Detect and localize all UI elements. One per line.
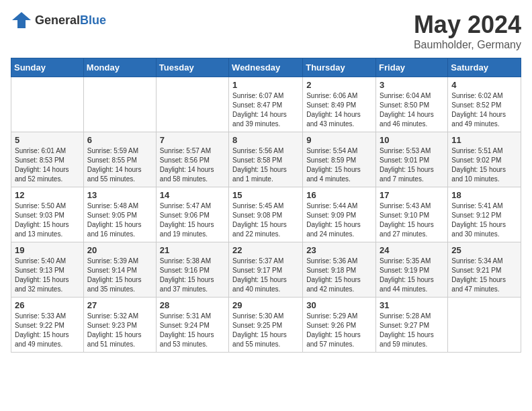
day-info: Sunrise: 5:36 AM Sunset: 9:18 PM Dayligh…	[306, 257, 372, 294]
day-number: 16	[306, 190, 372, 200]
page-header: GeneralBlue May 2024 Baumholder, Germany	[11, 11, 521, 51]
calendar-day-cell: 7Sunrise: 5:57 AM Sunset: 8:56 PM Daylig…	[156, 132, 228, 187]
day-info: Sunrise: 5:37 AM Sunset: 9:17 PM Dayligh…	[232, 257, 299, 294]
day-info: Sunrise: 6:07 AM Sunset: 8:47 PM Dayligh…	[232, 91, 299, 129]
day-number: 4	[451, 80, 517, 90]
day-info: Sunrise: 5:44 AM Sunset: 9:09 PM Dayligh…	[306, 201, 372, 239]
day-info: Sunrise: 5:50 AM Sunset: 9:03 PM Dayligh…	[15, 201, 80, 239]
calendar-day-cell: 30Sunrise: 5:29 AM Sunset: 9:26 PM Dayli…	[303, 298, 376, 353]
calendar-day-cell: 1Sunrise: 6:07 AM Sunset: 8:47 PM Daylig…	[229, 77, 303, 132]
day-info: Sunrise: 5:43 AM Sunset: 9:10 PM Dayligh…	[380, 201, 444, 239]
calendar-day-cell: 18Sunrise: 5:41 AM Sunset: 9:12 PM Dayli…	[448, 187, 521, 242]
calendar-day-cell: 10Sunrise: 5:53 AM Sunset: 9:01 PM Dayli…	[376, 132, 448, 187]
day-number: 31	[380, 300, 444, 310]
day-number: 30	[306, 300, 372, 310]
day-number: 14	[160, 190, 225, 200]
calendar-day-cell: 6Sunrise: 5:59 AM Sunset: 8:55 PM Daylig…	[83, 132, 156, 187]
calendar-title: May 2024	[414, 11, 521, 39]
day-number: 1	[232, 80, 299, 90]
day-number: 20	[87, 245, 152, 255]
calendar-day-cell: 17Sunrise: 5:43 AM Sunset: 9:10 PM Dayli…	[376, 187, 448, 242]
day-number: 29	[232, 300, 299, 310]
day-number: 19	[15, 245, 80, 255]
day-info: Sunrise: 5:59 AM Sunset: 8:55 PM Dayligh…	[87, 146, 152, 184]
day-info: Sunrise: 5:39 AM Sunset: 9:14 PM Dayligh…	[87, 257, 152, 294]
calendar-day-cell: 4Sunrise: 6:02 AM Sunset: 8:52 PM Daylig…	[448, 77, 521, 132]
calendar-empty-cell	[156, 77, 228, 132]
title-block: May 2024 Baumholder, Germany	[414, 11, 521, 51]
calendar-day-cell: 12Sunrise: 5:50 AM Sunset: 9:03 PM Dayli…	[11, 187, 84, 242]
day-info: Sunrise: 5:57 AM Sunset: 8:56 PM Dayligh…	[160, 146, 225, 184]
day-info: Sunrise: 5:35 AM Sunset: 9:19 PM Dayligh…	[380, 257, 444, 294]
day-number: 22	[232, 245, 299, 255]
logo-general-text: General	[35, 13, 80, 27]
day-number: 5	[15, 135, 80, 145]
day-number: 15	[232, 190, 299, 200]
day-number: 9	[306, 135, 372, 145]
day-number: 21	[160, 245, 225, 255]
calendar-day-cell: 11Sunrise: 5:51 AM Sunset: 9:02 PM Dayli…	[448, 132, 521, 187]
calendar-empty-cell	[448, 298, 521, 353]
day-info: Sunrise: 5:48 AM Sunset: 9:05 PM Dayligh…	[87, 201, 152, 239]
day-of-week-header: Saturday	[448, 58, 521, 77]
day-info: Sunrise: 5:45 AM Sunset: 9:08 PM Dayligh…	[232, 201, 299, 239]
day-info: Sunrise: 5:28 AM Sunset: 9:27 PM Dayligh…	[380, 312, 444, 349]
calendar-week-row: 12Sunrise: 5:50 AM Sunset: 9:03 PM Dayli…	[11, 187, 521, 242]
day-of-week-header: Tuesday	[156, 58, 228, 77]
day-number: 26	[15, 300, 80, 310]
logo: GeneralBlue	[11, 11, 106, 30]
day-of-week-header: Friday	[376, 58, 448, 77]
day-info: Sunrise: 5:31 AM Sunset: 9:24 PM Dayligh…	[160, 312, 225, 349]
day-number: 13	[87, 190, 152, 200]
calendar-day-cell: 14Sunrise: 5:47 AM Sunset: 9:06 PM Dayli…	[156, 187, 228, 242]
calendar-day-cell: 8Sunrise: 5:56 AM Sunset: 8:58 PM Daylig…	[229, 132, 303, 187]
day-number: 17	[380, 190, 444, 200]
day-of-week-header: Thursday	[303, 58, 376, 77]
calendar-day-cell: 23Sunrise: 5:36 AM Sunset: 9:18 PM Dayli…	[303, 242, 376, 298]
day-number: 7	[160, 135, 225, 145]
calendar-day-cell: 22Sunrise: 5:37 AM Sunset: 9:17 PM Dayli…	[229, 242, 303, 298]
day-info: Sunrise: 6:06 AM Sunset: 8:49 PM Dayligh…	[306, 91, 372, 129]
day-number: 11	[451, 135, 517, 145]
day-number: 12	[15, 190, 80, 200]
calendar-day-cell: 5Sunrise: 6:01 AM Sunset: 8:53 PM Daylig…	[11, 132, 84, 187]
calendar-day-cell: 3Sunrise: 6:04 AM Sunset: 8:50 PM Daylig…	[376, 77, 448, 132]
day-info: Sunrise: 5:53 AM Sunset: 9:01 PM Dayligh…	[380, 146, 444, 184]
calendar-day-cell: 15Sunrise: 5:45 AM Sunset: 9:08 PM Dayli…	[229, 187, 303, 242]
day-of-week-header: Monday	[83, 58, 156, 77]
calendar-day-cell: 25Sunrise: 5:34 AM Sunset: 9:21 PM Dayli…	[448, 242, 521, 298]
day-info: Sunrise: 5:41 AM Sunset: 9:12 PM Dayligh…	[451, 201, 517, 239]
svg-marker-0	[12, 12, 31, 28]
day-info: Sunrise: 5:34 AM Sunset: 9:21 PM Dayligh…	[451, 257, 517, 294]
calendar-empty-cell	[11, 77, 84, 132]
calendar-week-row: 19Sunrise: 5:40 AM Sunset: 9:13 PM Dayli…	[11, 242, 521, 298]
calendar-day-cell: 13Sunrise: 5:48 AM Sunset: 9:05 PM Dayli…	[83, 187, 156, 242]
day-number: 18	[451, 190, 517, 200]
day-info: Sunrise: 5:29 AM Sunset: 9:26 PM Dayligh…	[306, 312, 372, 349]
logo-blue-text: Blue	[80, 13, 106, 27]
day-info: Sunrise: 6:01 AM Sunset: 8:53 PM Dayligh…	[15, 146, 80, 184]
day-info: Sunrise: 5:54 AM Sunset: 8:59 PM Dayligh…	[306, 146, 372, 184]
calendar-week-row: 5Sunrise: 6:01 AM Sunset: 8:53 PM Daylig…	[11, 132, 521, 187]
day-info: Sunrise: 5:38 AM Sunset: 9:16 PM Dayligh…	[160, 257, 225, 294]
day-number: 24	[380, 245, 444, 255]
day-info: Sunrise: 5:40 AM Sunset: 9:13 PM Dayligh…	[15, 257, 80, 294]
calendar-day-cell: 28Sunrise: 5:31 AM Sunset: 9:24 PM Dayli…	[156, 298, 228, 353]
calendar-day-cell: 26Sunrise: 5:33 AM Sunset: 9:22 PM Dayli…	[11, 298, 84, 353]
day-info: Sunrise: 5:51 AM Sunset: 9:02 PM Dayligh…	[451, 146, 517, 184]
calendar-table: SundayMondayTuesdayWednesdayThursdayFrid…	[11, 58, 521, 353]
day-number: 8	[232, 135, 299, 145]
calendar-location: Baumholder, Germany	[414, 39, 521, 51]
calendar-day-cell: 31Sunrise: 5:28 AM Sunset: 9:27 PM Dayli…	[376, 298, 448, 353]
calendar-day-cell: 29Sunrise: 5:30 AM Sunset: 9:25 PM Dayli…	[229, 298, 303, 353]
calendar-header-row: SundayMondayTuesdayWednesdayThursdayFrid…	[11, 58, 521, 77]
day-info: Sunrise: 6:04 AM Sunset: 8:50 PM Dayligh…	[380, 91, 444, 129]
calendar-day-cell: 9Sunrise: 5:54 AM Sunset: 8:59 PM Daylig…	[303, 132, 376, 187]
calendar-empty-cell	[83, 77, 156, 132]
calendar-week-row: 26Sunrise: 5:33 AM Sunset: 9:22 PM Dayli…	[11, 298, 521, 353]
day-info: Sunrise: 5:47 AM Sunset: 9:06 PM Dayligh…	[160, 201, 225, 239]
calendar-day-cell: 19Sunrise: 5:40 AM Sunset: 9:13 PM Dayli…	[11, 242, 84, 298]
day-number: 10	[380, 135, 444, 145]
calendar-day-cell: 16Sunrise: 5:44 AM Sunset: 9:09 PM Dayli…	[303, 187, 376, 242]
day-info: Sunrise: 5:30 AM Sunset: 9:25 PM Dayligh…	[232, 312, 299, 349]
